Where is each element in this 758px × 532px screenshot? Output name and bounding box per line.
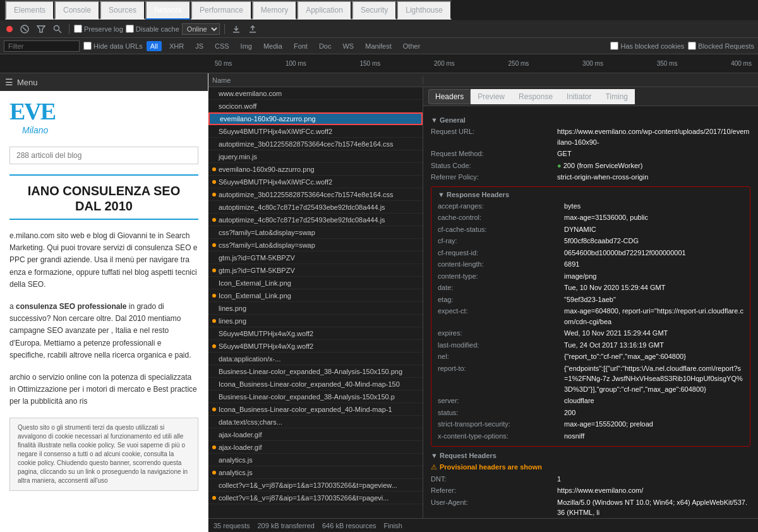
rh-key: cf-cache-status: xyxy=(438,224,564,235)
list-item[interactable]: gtm.js?id=GTM-5KBPZV xyxy=(208,264,423,277)
tab-timing[interactable]: Timing xyxy=(598,89,635,104)
filter-js-button[interactable]: JS xyxy=(191,41,207,51)
tab-lighthouse[interactable]: Lighthouse xyxy=(397,1,452,20)
list-item[interactable]: ajax-loader.gif xyxy=(208,441,423,454)
list-item[interactable]: S6uyw4BMUTPHjx4wXiWtFCc.woff2 xyxy=(208,176,423,188)
eve-logo: EVE xyxy=(9,97,198,125)
filter-manifest-button[interactable]: Manifest xyxy=(361,41,395,51)
list-item[interactable]: analytics.js xyxy=(208,454,423,466)
dot-icon xyxy=(212,92,216,95)
record-button[interactable] xyxy=(4,25,15,33)
list-item[interactable]: jquery.min.js xyxy=(208,150,423,163)
list-item[interactable]: data:application/x-... xyxy=(208,353,423,365)
search-button[interactable] xyxy=(51,23,64,35)
filter-img-button[interactable]: Img xyxy=(237,41,256,51)
tab-performance[interactable]: Performance xyxy=(191,1,252,20)
tab-initiator[interactable]: Initiator xyxy=(560,89,598,104)
blocked-cookies-input[interactable] xyxy=(610,42,618,50)
tab-sources[interactable]: Sources xyxy=(100,1,145,20)
list-item[interactable]: S6uyw4BMUTPHjx4wXiWtFCc.woff2 xyxy=(208,125,423,138)
tab-response[interactable]: Response xyxy=(512,89,560,104)
finish-status: Finish xyxy=(384,522,402,529)
item-name: S6uyw4BMUTPHjx4wXiWtFCc.woff2 xyxy=(219,128,332,135)
dot-icon xyxy=(212,332,216,336)
blocked-requests-checkbox[interactable]: Blocked Requests xyxy=(688,42,754,50)
preserve-log-input[interactable] xyxy=(74,25,82,33)
disable-cache-input[interactable] xyxy=(126,25,134,33)
rh-val: 200 xyxy=(564,408,575,418)
filter-all-button[interactable]: All xyxy=(147,41,162,51)
filter-other-button[interactable]: Other xyxy=(399,41,424,51)
export-button[interactable] xyxy=(246,23,260,35)
filter-font-button[interactable]: Font xyxy=(290,41,311,51)
website-body-text-1: e.milano.com sito web e blog di Giovanni… xyxy=(0,225,208,296)
list-item[interactable]: autoptimize_3b012255828753664cec7b1574e8… xyxy=(208,138,423,150)
disable-cache-checkbox[interactable]: Disable cache xyxy=(126,25,179,33)
list-item[interactable]: css?family=Lato&display=swap xyxy=(208,239,423,251)
list-item-selected[interactable]: evemilano-160x90-azzurro.png xyxy=(208,112,423,125)
list-item[interactable]: www.evemilano.com xyxy=(208,87,423,100)
list-item[interactable]: evemilano-160x90-azzurro.png xyxy=(208,163,423,176)
list-item[interactable]: Icon_External_Link.png xyxy=(208,289,423,302)
list-item[interactable]: S6uyw4BMUTPHjx4wXg.woff2 xyxy=(208,340,423,353)
list-item[interactable]: Icona_Business-Linear-color_expanded_40-… xyxy=(208,378,423,390)
list-item[interactable]: gtm.js?id=GTM-5KBPZV xyxy=(208,251,423,264)
list-item[interactable]: collect?v=1&_v=j87&aip=1&a=1370035266&t=… xyxy=(208,479,423,492)
request-method-val: GET xyxy=(557,148,572,159)
rh-val: Tue, 24 Oct 2017 13:16:19 GMT xyxy=(564,340,664,351)
tab-elements[interactable]: Elements xyxy=(5,1,54,20)
rh-content-length: content-length: 6891 xyxy=(438,259,743,270)
name-list: www.evemilano.com socicon.woff evemilano… xyxy=(208,87,423,518)
website-body-text-2: a consulenza SEO professionale in grado … xyxy=(0,296,208,366)
list-item[interactable]: collect?v=1&_v=j87&aip=1&a=1370035266&t=… xyxy=(208,492,423,504)
list-item[interactable]: data:text/css;chars... xyxy=(208,416,423,428)
blocked-cookies-checkbox[interactable]: Has blocked cookies xyxy=(610,42,684,50)
timeline-100ms: 100 ms xyxy=(286,60,306,67)
tab-preview[interactable]: Preview xyxy=(471,89,512,104)
filter-toggle-button[interactable] xyxy=(34,23,48,35)
list-item[interactable]: socicon.woff xyxy=(208,100,423,112)
timeline-350ms: 350 ms xyxy=(657,60,678,67)
list-item[interactable]: Business-Linear-color_expanded_38-Analys… xyxy=(208,390,423,403)
list-item[interactable]: Icona_Business-Linear-color_expanded_40-… xyxy=(208,403,423,416)
clear-button[interactable] xyxy=(18,23,32,35)
response-headers-title: ▼ Response Headers xyxy=(438,191,743,198)
list-item[interactable]: Business-Linear-color_expanded_38-Analys… xyxy=(208,365,423,378)
hamburger-icon[interactable]: ☰ xyxy=(5,77,13,87)
filter-doc-button[interactable]: Doc xyxy=(315,41,335,51)
tab-console[interactable]: Console xyxy=(54,1,100,20)
filter-input[interactable] xyxy=(4,40,80,52)
list-item[interactable]: lines.png xyxy=(208,302,423,315)
request-headers-title: ▼ Request Headers xyxy=(431,452,750,459)
throttle-select[interactable]: Online xyxy=(182,23,220,35)
dot-icon xyxy=(212,256,216,260)
req-key: DNT: xyxy=(431,474,557,485)
filter-xhr-button[interactable]: XHR xyxy=(165,41,188,51)
list-item[interactable]: S6uyw4BMUTPHjx4wXg.woff2 xyxy=(208,327,423,340)
list-item[interactable]: analytics.js xyxy=(208,466,423,479)
preserve-log-checkbox[interactable]: Preserve log xyxy=(74,25,123,33)
tab-security[interactable]: Security xyxy=(352,1,397,20)
blocked-requests-input[interactable] xyxy=(688,42,696,50)
list-item[interactable]: autoptimize_4c80c7c871e7d25493ebe92fdc08… xyxy=(208,201,423,214)
list-item[interactable]: lines.png xyxy=(208,315,423,327)
list-item[interactable]: Icon_External_Link.png xyxy=(208,277,423,289)
devtools-tab-bar: Elements Console Sources Network Perform… xyxy=(0,0,758,20)
list-item[interactable]: ajax-loader.gif xyxy=(208,428,423,441)
list-item[interactable]: autoptimize_3b012255828753664cec7b1574e8… xyxy=(208,188,423,201)
hide-data-urls-input[interactable] xyxy=(83,42,92,50)
list-item[interactable]: css?family=Lato&display=swap xyxy=(208,226,423,239)
filter-ws-button[interactable]: WS xyxy=(339,41,358,51)
tab-memory[interactable]: Memory xyxy=(252,1,297,20)
filter-css-button[interactable]: CSS xyxy=(211,41,233,51)
rh-key: date: xyxy=(438,282,564,293)
tab-headers[interactable]: Headers xyxy=(428,89,471,104)
blog-search-input[interactable] xyxy=(9,147,198,164)
tab-network[interactable]: Network xyxy=(145,1,191,20)
hide-data-urls-checkbox[interactable]: Hide data URLs xyxy=(83,42,143,50)
filter-media-button[interactable]: Media xyxy=(260,41,286,51)
tab-application[interactable]: Application xyxy=(297,1,352,20)
import-button[interactable] xyxy=(229,23,243,35)
list-item[interactable]: autoptimize_4c80c7c871e7d25493ebe92fdc08… xyxy=(208,214,423,226)
rh-key: strict-transport-security: xyxy=(438,419,564,430)
